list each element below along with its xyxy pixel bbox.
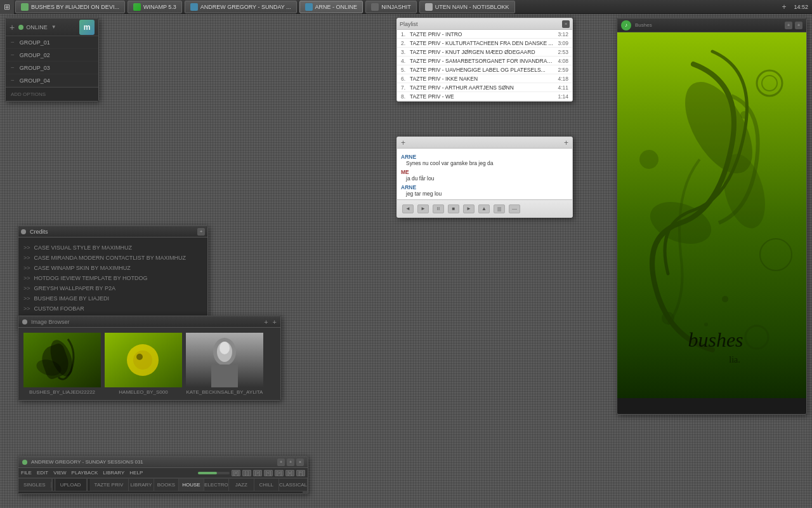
winamp-bracket-hash[interactable]: [#]: [232, 470, 240, 476]
online-indicator[interactable]: ONLINE ▼: [18, 24, 56, 30]
taskbar-item-winamp[interactable]: WINAMP 5.3: [128, 1, 182, 13]
group-item-02[interactable]: − GROUP_02: [6, 49, 98, 62]
taskbar: ⊞ BUSHES BY #LIAJEDI ON DEVI... WINAMP 5…: [0, 0, 812, 14]
playlist-track-1: TAZTE PRIV - INTRO: [410, 31, 555, 37]
playlist-item-7[interactable]: 7. TAZTE PRIV - ARTHUR AARTJENS SØNN 4:1…: [397, 83, 572, 92]
genre-tab-books[interactable]: BOOKS: [154, 479, 179, 491]
image-thumb-bushes: [23, 333, 101, 387]
image-grid: BUSHES_BY_LIAJEDI22222 HAMELEO: [18, 328, 280, 400]
winamp-tab-singles[interactable]: SINGLES: [18, 482, 51, 488]
winamp-volume-bar[interactable]: [198, 472, 230, 474]
artwork-header-controls: + +: [785, 22, 802, 29]
winamp-bracket-gt[interactable]: [>]: [253, 470, 262, 476]
winamp-bracket-lt[interactable]: [<]: [264, 470, 273, 476]
credits-dot: [21, 229, 26, 234]
image-panel-close-button[interactable]: +: [273, 318, 277, 326]
chat-prev-button[interactable]: ◄: [402, 204, 414, 213]
taskbar-item-arne-label: ARNE - ONLINE: [315, 4, 358, 10]
taskbar-item-notepad[interactable]: UTEN NAVN - NOTISBLOKK: [419, 1, 515, 13]
playlist-item-6[interactable]: 6. TAZTE PRIV - IKKE NAKEN 4:18: [397, 74, 572, 83]
image-item-bushes[interactable]: BUSHES_BY_LIAJEDI22222: [23, 333, 101, 395]
online-arrow: ▼: [51, 24, 56, 30]
taskbar-item-andrew[interactable]: ANDREW GREGORY - SUNDAY ...: [185, 1, 297, 13]
miranda-add-button[interactable]: +: [10, 22, 15, 32]
group-minus-icon-3: −: [11, 64, 15, 71]
group-item-03[interactable]: − GROUP_03: [6, 62, 98, 74]
chat-add-right-button[interactable]: +: [564, 138, 568, 147]
playlist-item-1[interactable]: 1. TAZTE PRIV - INTRO 3:12: [397, 30, 572, 39]
taskbar-item-deviant[interactable]: BUSHES BY #LIAJEDI ON DEVI...: [15, 1, 125, 13]
chat-add-left-button[interactable]: +: [401, 138, 405, 147]
chat-play-button[interactable]: ►: [463, 204, 475, 213]
start-button[interactable]: ⊞: [0, 0, 14, 14]
group-item-01[interactable]: − GROUP_01: [6, 36, 98, 49]
svg-point-10: [219, 342, 230, 354]
playlist-item-3[interactable]: 3. TAZTE PRIV - KNUT JØRGEN MÆED ØDEGAAR…: [397, 48, 572, 57]
chat-up-button[interactable]: ▲: [478, 204, 490, 213]
artwork-header: ♪ Bushes + +: [617, 18, 806, 32]
winamp-bracket-v[interactable]: [v]: [285, 470, 294, 476]
svg-point-5: [133, 351, 152, 370]
image-thumb-hameleo: [105, 333, 182, 387]
playlist-track-4: TAZTE PRIV - SAMARBETSORGANET FOR INVAND…: [410, 58, 555, 64]
menu-file[interactable]: FILE: [21, 470, 32, 476]
taskbar-add-button[interactable]: +: [779, 3, 789, 11]
chat-vol-button[interactable]: |||: [494, 204, 505, 213]
chat-eject-button[interactable]: —: [509, 204, 520, 213]
playlist-item-8[interactable]: 8. TAZTE PRIV - WE 1:14: [397, 92, 572, 101]
playlist-item-5[interactable]: 5. TAZTE PRIV - UAVHENGIGE LABEL OG PLAT…: [397, 65, 572, 74]
winamp-tab-tazte[interactable]: TAZTE PRIV: [89, 479, 129, 491]
group-label-02: GROUP_02: [20, 52, 50, 58]
winamp-scrollbar-handle[interactable]: [303, 491, 308, 494]
playlist-num-7: 7.: [401, 84, 410, 91]
playlist-panel: Playlist × 1. TAZTE PRIV - INTRO 3:12 2.…: [396, 18, 573, 102]
playlist-close-button[interactable]: ×: [562, 20, 570, 28]
taskbar-right: + 14:52: [775, 3, 812, 11]
svg-point-22: [722, 296, 728, 302]
winamp-minimize-button[interactable]: +: [287, 458, 294, 466]
credit-line-7: >> CUSTOM FOOBAR: [23, 304, 202, 314]
credits-panel: Credits + >> CASE VISUAL STYLE BY MAXIMH…: [18, 225, 208, 330]
winamp-tab-section-left: SINGLES: [18, 479, 52, 491]
taskbar-item-arne[interactable]: ARNE - ONLINE: [299, 1, 363, 13]
winamp-bracket-up[interactable]: [^]: [296, 470, 305, 476]
winamp-tab-upload[interactable]: UPLOAD: [55, 479, 87, 491]
chat-stop-button[interactable]: ■: [448, 204, 459, 213]
genre-tab-classical[interactable]: CLASSICAL: [279, 479, 308, 491]
chat-next-button[interactable]: ►: [417, 204, 429, 213]
winamp-close-button[interactable]: ×: [296, 458, 304, 466]
playlist-controls: ×: [562, 20, 570, 28]
genre-tab-chill[interactable]: CHILL: [254, 479, 279, 491]
menu-library[interactable]: LIBRARY: [103, 470, 124, 476]
playlist-item-2[interactable]: 2. TAZTE PRIV - KULTURATTACHEEN FRA DEN …: [397, 39, 572, 48]
winamp-add-button[interactable]: +: [277, 458, 285, 466]
playlist-num-5: 5.: [401, 67, 410, 73]
chat-msg-arne-2: jeg tar meg lou: [401, 190, 568, 197]
image-item-kate[interactable]: KATE_BECKINSALE_BY_AYLITA: [186, 333, 263, 395]
menu-edit[interactable]: EDIT: [37, 470, 48, 476]
genre-tab-electro[interactable]: ELECTRO: [204, 479, 229, 491]
credits-close-button[interactable]: +: [197, 228, 205, 236]
group-item-04[interactable]: − GROUP_04: [6, 74, 98, 87]
menu-view[interactable]: VIEW: [53, 470, 66, 476]
image-panel-add-button[interactable]: +: [264, 318, 268, 326]
menu-help[interactable]: HELP: [129, 470, 143, 476]
image-item-hameleo[interactable]: HAMELEO_BY_S000: [105, 333, 182, 395]
chat-pause-button[interactable]: II: [433, 204, 444, 213]
notepad-icon: [425, 3, 433, 11]
artwork-close-button[interactable]: +: [795, 22, 802, 29]
miranda-footer[interactable]: ADD OPTIONS: [6, 87, 98, 101]
genre-tab-library[interactable]: LIBRARY: [129, 479, 154, 491]
genre-tab-house[interactable]: HOUSE: [179, 479, 204, 491]
playlist-item-4[interactable]: 4. TAZTE PRIV - SAMARBETSORGANET FOR INV…: [397, 57, 572, 65]
chat-name-arne-1: ARNE: [401, 154, 568, 160]
miranda-panel: + ONLINE ▼ m − GROUP_01 − GROUP_02 − GRO…: [5, 18, 99, 102]
arne-icon: [305, 3, 313, 11]
winamp-panel: ANDREW GREGORY - SUNDAY SESSIONS 031 + +…: [18, 456, 308, 494]
genre-tab-jazz[interactable]: JAZZ: [229, 479, 254, 491]
taskbar-item-ninja[interactable]: NINJASHIT: [365, 1, 417, 13]
winamp-bracket-dot[interactable]: [.]: [242, 470, 251, 476]
artwork-add-button[interactable]: +: [785, 22, 792, 29]
menu-playback[interactable]: PLAYBACK: [72, 470, 98, 476]
winamp-bracket-gt2[interactable]: [>]: [275, 470, 284, 476]
